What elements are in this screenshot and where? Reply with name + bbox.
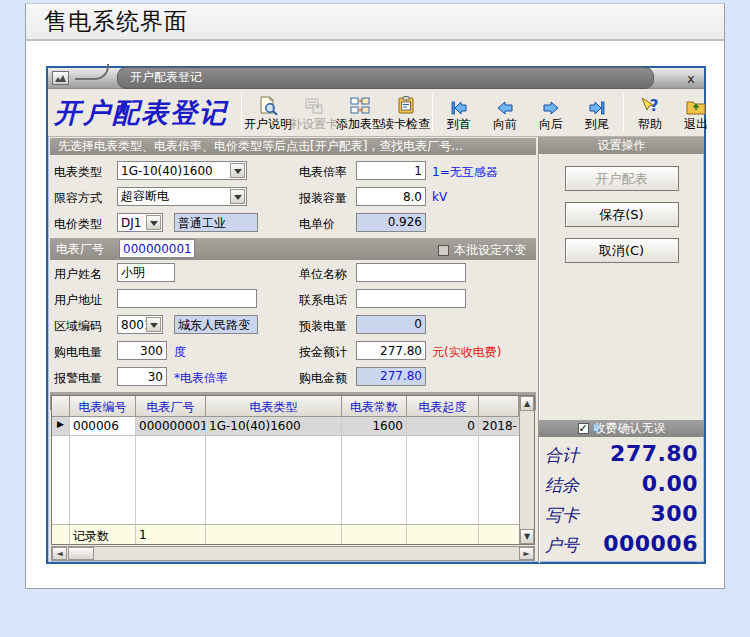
page-title: 售电系统界面	[44, 6, 188, 37]
go-next-button[interactable]: 向后	[528, 91, 574, 135]
dialog-title: 开户配表登记	[117, 67, 654, 89]
form-panel: 先选择电表类型、电表倍率、电价类型等后点击[开户配表]，查找电表厂号... 电表…	[48, 137, 538, 563]
checkbox-icon[interactable]	[438, 245, 449, 256]
by-amount-input[interactable]	[356, 341, 426, 360]
go-first-button[interactable]: 到首	[436, 91, 482, 135]
col-factory-no[interactable]: 电表厂号	[136, 396, 206, 417]
dialog-window: 开户配表登记 x 开户配表登记 开户说明	[46, 66, 706, 564]
kwh-unit: 度	[174, 344, 186, 361]
capacity-label: 报装容量	[299, 190, 347, 207]
scroll-down-icon[interactable]: ▼	[520, 529, 534, 544]
batch-fixed-checkbox[interactable]: 本批设定不变	[438, 242, 526, 259]
row-meter-type: 电表类型 1G-10(40)1600 电表倍率 1=无互感器	[48, 159, 538, 185]
ops-panel: 设置操作 开户配表 保存(S) 取消(C) ✓ 收费确认无误 合计 277.80	[538, 137, 704, 563]
go-prev-button[interactable]: 向前	[482, 91, 528, 135]
first-record-icon	[449, 95, 469, 115]
open-account-help-button[interactable]: 开户说明	[245, 91, 291, 135]
limit-mode-label: 限容方式	[54, 190, 102, 207]
row-limit-mode: 限容方式 超容断电 报装容量 kV	[48, 185, 538, 211]
toolbar: 开户配表登记 开户说明	[48, 89, 704, 137]
preload-value: 0	[356, 315, 426, 334]
col-constant[interactable]: 电表常数	[342, 396, 407, 417]
alarm-kwh-input[interactable]	[117, 367, 167, 386]
address-input[interactable]	[117, 289, 257, 308]
balance-row: 结余 0.00	[545, 471, 698, 501]
total-label: 合计	[545, 444, 597, 467]
grid-vscrollbar[interactable]: ▲ ▼	[519, 396, 534, 544]
next-record-icon	[542, 95, 560, 115]
help-icon: ?	[640, 95, 660, 115]
checkbox-checked-icon[interactable]: ✓	[578, 423, 589, 434]
price-type-select[interactable]: DJ1	[117, 213, 163, 232]
grid-header-row: 电表编号 电表厂号 电表类型 电表常数 电表起度	[52, 396, 519, 417]
total-value: 277.80	[597, 441, 698, 466]
meter-ratio-input[interactable]	[356, 161, 426, 180]
col-meter-no[interactable]: 电表编号	[70, 396, 136, 417]
ratio-hint: 1=无互感器	[432, 164, 498, 181]
chevron-down-icon[interactable]	[230, 163, 245, 178]
account-no-row: 户号 000006	[545, 531, 698, 561]
go-last-button[interactable]: 到尾	[574, 91, 620, 135]
factory-no-label: 电表厂号	[56, 241, 104, 258]
row-purchase-kwh: 购电电量 度 按金额计 元(实收电费)	[48, 339, 538, 365]
region-select[interactable]: 8001	[117, 315, 163, 334]
meter-ratio-label: 电表倍率	[299, 164, 347, 181]
chevron-down-icon[interactable]	[230, 189, 245, 204]
region-label: 区域编码	[54, 318, 102, 335]
unit-name-input[interactable]	[356, 263, 466, 282]
svg-text:*: *	[315, 105, 319, 114]
meter-type-label: 电表类型	[54, 164, 102, 181]
fee-confirm-bar: ✓ 收费确认无误	[539, 420, 704, 437]
by-amount-hint: 元(实收电费)	[432, 344, 501, 361]
add-meter-type-button[interactable]: 添加表型	[337, 91, 383, 135]
hscroll-thumb[interactable]	[68, 547, 94, 560]
row-address: 用户地址 联系电话	[48, 287, 538, 313]
purchase-amt-value: 277.80	[356, 367, 426, 386]
ops-title-bar: 设置操作	[539, 137, 704, 154]
scroll-up-icon[interactable]: ▲	[520, 396, 534, 411]
purchase-amt-label: 购电金额	[299, 370, 347, 387]
write-card-row: 写卡 300	[545, 501, 698, 531]
save-button[interactable]: 保存(S)	[565, 202, 679, 227]
factory-no-input[interactable]	[119, 239, 195, 258]
exit-icon	[686, 95, 706, 115]
read-card-check-button[interactable]: 读卡检查	[383, 91, 429, 135]
user-name-input[interactable]	[117, 263, 175, 282]
purchase-kwh-label: 购电电量	[54, 344, 102, 361]
purchase-kwh-input[interactable]	[117, 341, 167, 360]
page-header: 售电系统界面	[26, 4, 724, 41]
scroll-right-icon[interactable]: ►	[519, 547, 534, 560]
preload-label: 预装电量	[299, 318, 347, 335]
limit-mode-select[interactable]: 超容断电	[117, 187, 247, 206]
capacity-input[interactable]	[356, 187, 426, 206]
dialog-titlebar: 开户配表登记 x	[48, 68, 704, 89]
scroll-left-icon[interactable]: ◄	[52, 547, 67, 560]
grid-row-selected[interactable]: ▶ 000006 0000000010 1G-10(40)1600 1600 0…	[52, 417, 519, 436]
col-meter-type[interactable]: 电表类型	[206, 396, 342, 417]
chevron-down-icon[interactable]	[146, 317, 161, 332]
record-count-label: 记录数	[70, 524, 136, 544]
chevron-down-icon[interactable]	[146, 215, 161, 230]
read-card-icon	[397, 95, 415, 115]
instruction-bar: 先选择电表类型、电表倍率、电价类型等后点击[开户配表]，查找电表厂号...	[50, 138, 536, 155]
cancel-button[interactable]: 取消(C)	[565, 238, 679, 263]
close-icon[interactable]: x	[682, 71, 700, 86]
account-no-value: 000006	[597, 531, 698, 556]
exit-button[interactable]: 退出	[673, 91, 719, 135]
record-count-value: 1	[136, 524, 206, 544]
prev-record-icon	[496, 95, 514, 115]
meter-type-select[interactable]: 1G-10(40)1600	[117, 161, 247, 180]
grid-empty-row	[52, 436, 519, 455]
add-meter-type-icon	[350, 95, 370, 115]
supplement-card-button: * 补设置卡	[291, 91, 337, 135]
col-start-reading[interactable]: 电表起度	[407, 396, 479, 417]
help-button[interactable]: ? 帮助	[627, 91, 673, 135]
write-card-label: 写卡	[545, 504, 597, 527]
user-name-label: 用户姓名	[54, 266, 102, 283]
phone-input[interactable]	[356, 289, 466, 308]
grid-hscrollbar[interactable]: ◄ ►	[51, 546, 535, 561]
row-marker-icon: ▶	[52, 417, 70, 436]
phone-label: 联系电话	[299, 292, 347, 309]
grid-footer-row: 记录数 1	[52, 524, 519, 544]
region-desc: 城东人民路变	[174, 315, 258, 334]
